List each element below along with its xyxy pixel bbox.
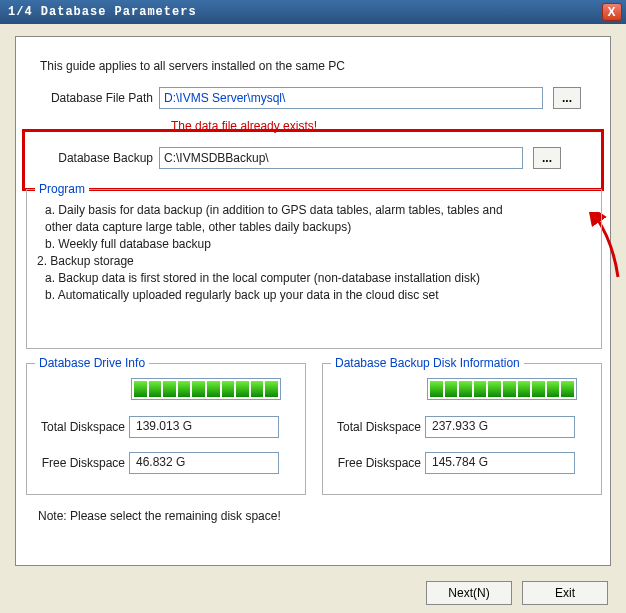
- backup-usage-meter: [427, 378, 577, 400]
- drive-free-label: Free Diskspace: [31, 456, 129, 470]
- program-groupbox: Program a. Daily basis for data backup (…: [26, 189, 602, 349]
- drive-total-value: 139.013 G: [129, 416, 279, 438]
- file-path-input[interactable]: [159, 87, 543, 109]
- backup-path-label: Database Backup: [44, 151, 159, 165]
- note-text: Note: Please select the remaining disk s…: [38, 509, 281, 523]
- backup-free-label: Free Diskspace: [327, 456, 425, 470]
- backup-total-row: Total Diskspace 237.933 G: [327, 416, 575, 438]
- drive-total-row: Total Diskspace 139.013 G: [31, 416, 279, 438]
- titlebar: 1/4 Database Parameters X: [0, 0, 626, 24]
- exit-button[interactable]: Exit: [522, 581, 608, 605]
- file-path-browse-button[interactable]: ...: [553, 87, 581, 109]
- program-help-text: a. Daily basis for data backup (in addit…: [27, 190, 601, 312]
- backup-free-row: Free Diskspace 145.784 G: [327, 452, 575, 474]
- intro-text: This guide applies to all servers instal…: [40, 59, 345, 73]
- file-path-label: Database File Path: [44, 91, 159, 105]
- backup-info-legend: Database Backup Disk Information: [331, 356, 524, 370]
- drive-free-row: Free Diskspace 46.832 G: [31, 452, 279, 474]
- program-legend: Program: [35, 182, 89, 196]
- backup-info-groupbox: Database Backup Disk Information Total D…: [322, 363, 602, 495]
- drive-usage-meter: [131, 378, 281, 400]
- backup-path-input[interactable]: [159, 147, 523, 169]
- backup-free-value: 145.784 G: [425, 452, 575, 474]
- backup-total-label: Total Diskspace: [327, 420, 425, 434]
- next-button[interactable]: Next(N): [426, 581, 512, 605]
- drive-free-value: 46.832 G: [129, 452, 279, 474]
- backup-total-value: 237.933 G: [425, 416, 575, 438]
- exists-message: The data file already exists!: [171, 119, 317, 133]
- backup-path-row: Database Backup ...: [44, 147, 561, 169]
- file-path-row: Database File Path ...: [44, 87, 581, 109]
- footer-bar: Next(N) Exit: [0, 573, 626, 613]
- close-icon[interactable]: X: [602, 3, 622, 21]
- drive-info-legend: Database Drive Info: [35, 356, 149, 370]
- main-panel: This guide applies to all servers instal…: [15, 36, 611, 566]
- drive-total-label: Total Diskspace: [31, 420, 129, 434]
- backup-path-browse-button[interactable]: ...: [533, 147, 561, 169]
- drive-info-groupbox: Database Drive Info Total Diskspace 139.…: [26, 363, 306, 495]
- window-title: 1/4 Database Parameters: [8, 5, 602, 19]
